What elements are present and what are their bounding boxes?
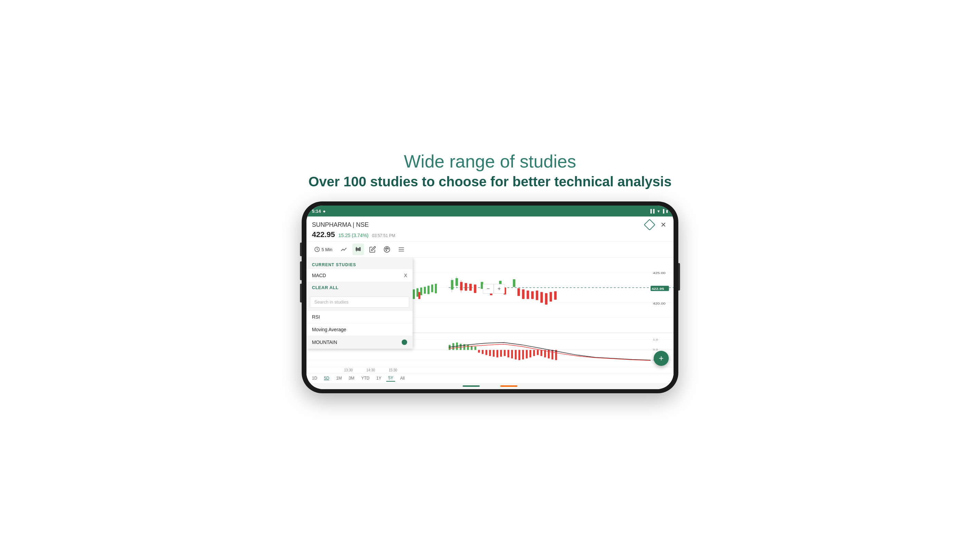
tab-ytd[interactable]: YTD (359, 375, 372, 381)
price-change: 15.25 (3.74%) (338, 233, 368, 238)
stock-name: SUNPHARMA | NSE (312, 221, 369, 228)
tab-1y[interactable]: 1Y (374, 375, 383, 381)
zoom-in-button[interactable]: + (494, 284, 505, 294)
battery-icon: ▮ (666, 209, 668, 214)
svg-rect-39 (527, 291, 529, 299)
svg-rect-75 (478, 350, 480, 353)
search-studies-box[interactable]: Search in studies (310, 296, 409, 308)
toolbar: 5 Min (307, 241, 673, 258)
svg-rect-33 (474, 285, 476, 293)
wifi-icon: ▾ (657, 209, 660, 214)
add-button[interactable]: + (654, 351, 669, 366)
candle-chart-tool[interactable] (352, 244, 364, 255)
price-value: 422.95 (312, 230, 335, 239)
tab-5y[interactable]: 5Y (386, 375, 396, 381)
chart-area: SUN PH... CURRENT STUDIES MACD X CLEAR A… (307, 258, 673, 383)
signal-icon: ▐ (662, 209, 664, 213)
study-list-rsi[interactable]: RSI (307, 310, 413, 323)
study-item-macd[interactable]: MACD X (307, 269, 413, 282)
svg-rect-54 (428, 286, 430, 294)
svg-rect-41 (536, 291, 538, 300)
svg-rect-5 (359, 247, 360, 251)
svg-point-10 (386, 250, 387, 251)
clear-all-button[interactable]: CLEAR ALL (307, 282, 413, 294)
time-label-4: 15:30 (389, 368, 397, 372)
svg-text:422.95: 422.95 (652, 287, 664, 290)
svg-rect-70 (460, 344, 461, 350)
svg-rect-89 (530, 350, 531, 357)
nav-indicator-orange (500, 385, 517, 387)
bookmark-icon[interactable] (645, 220, 654, 230)
studies-overlay: CURRENT STUDIES MACD X CLEAR ALL Search … (307, 258, 413, 349)
phone-btn-volume-down (300, 284, 302, 303)
app-header: SUNPHARMA | NSE ✕ 422.95 15.25 (3.74%) 0… (307, 217, 673, 241)
svg-rect-84 (511, 350, 513, 359)
interval-button[interactable]: 5 Min (311, 245, 335, 254)
header-icons: ✕ (645, 220, 668, 230)
vibrate-icon: ▌▌ (651, 209, 656, 213)
svg-rect-90 (533, 350, 535, 356)
zoom-out-button[interactable]: − (483, 284, 494, 294)
main-chart: SUN PH... CURRENT STUDIES MACD X CLEAR A… (307, 258, 673, 333)
svg-rect-4 (358, 248, 358, 251)
study-list-mountain[interactable]: MOUNTAIN (307, 336, 413, 349)
svg-rect-31 (465, 283, 467, 291)
status-bar: 5:14 ● ▌▌ ▾ ▐ ▮ (307, 206, 673, 217)
zoom-controls: − + (483, 284, 505, 294)
price-time: 03:57:51 PM (372, 233, 395, 238)
svg-rect-1 (356, 248, 357, 250)
draw-tool[interactable] (367, 244, 379, 255)
current-studies-label: CURRENT STUDIES (307, 258, 413, 269)
svg-rect-52 (420, 288, 422, 295)
time-label-3: 14:30 (366, 368, 375, 372)
svg-rect-51 (417, 289, 418, 297)
svg-rect-78 (489, 350, 491, 356)
svg-rect-53 (424, 287, 426, 294)
phone-frame: 5:14 ● ▌▌ ▾ ▐ ▮ SUNPHARMA | NSE ✕ (302, 201, 678, 393)
status-time: 5:14 (312, 209, 321, 214)
studies-list-tool[interactable] (396, 244, 407, 255)
svg-rect-56 (435, 284, 437, 293)
tab-1d[interactable]: 1D (310, 375, 319, 381)
svg-text:425.00: 425.00 (653, 271, 666, 275)
phone-btn-volume-up (300, 262, 302, 280)
phone-btn-power (678, 263, 680, 290)
tab-all[interactable]: All (398, 375, 406, 381)
svg-rect-22 (456, 278, 458, 286)
period-tabs: 1D 5D 1M 3M YTD 1Y 5Y All (307, 373, 673, 383)
svg-rect-44 (550, 292, 552, 302)
svg-rect-50 (413, 289, 415, 299)
svg-rect-85 (515, 350, 516, 360)
interval-label: 5 Min (321, 247, 332, 252)
svg-text:1.0: 1.0 (653, 338, 658, 341)
palette-tool[interactable] (381, 244, 393, 255)
svg-rect-87 (522, 350, 524, 360)
svg-text:0.0: 0.0 (653, 348, 658, 351)
phone-screen: 5:14 ● ▌▌ ▾ ▐ ▮ SUNPHARMA | NSE ✕ (307, 206, 673, 389)
phone-btn-volume-mute (300, 242, 302, 256)
svg-rect-81 (500, 350, 502, 357)
study-list-moving-average[interactable]: Moving Average (307, 323, 413, 336)
svg-rect-38 (522, 289, 525, 299)
svg-rect-79 (493, 350, 495, 357)
close-button[interactable]: ✕ (659, 220, 668, 230)
svg-rect-19 (451, 280, 453, 289)
svg-point-9 (388, 248, 389, 249)
tab-3m[interactable]: 3M (347, 375, 356, 381)
status-icons: ▌▌ ▾ ▐ ▮ (651, 209, 668, 214)
svg-rect-80 (496, 350, 498, 357)
time-labels: 13:30 14:30 15:30 (307, 367, 673, 373)
tab-5d[interactable]: 5D (322, 375, 331, 381)
svg-rect-59 (418, 292, 420, 299)
svg-rect-86 (519, 350, 520, 361)
svg-rect-32 (469, 284, 472, 291)
svg-rect-95 (552, 350, 554, 360)
line-chart-tool[interactable] (338, 244, 350, 255)
page-title-sub: Over 100 studies to choose for better te… (309, 172, 671, 191)
tab-1m[interactable]: 1M (334, 375, 344, 381)
study-remove-macd[interactable]: X (404, 273, 407, 278)
svg-rect-77 (485, 350, 487, 355)
time-label-2: 13:30 (344, 368, 353, 372)
study-mountain-badge (402, 340, 407, 345)
page-header: Wide range of studies Over 100 studies t… (309, 151, 671, 191)
